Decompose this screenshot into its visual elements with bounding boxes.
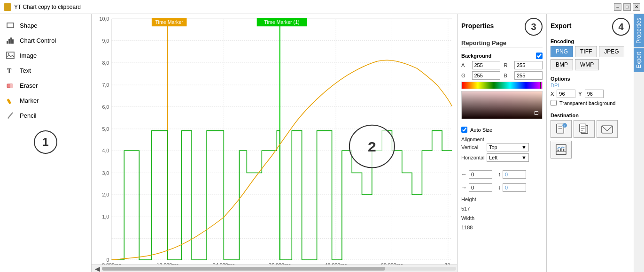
svg-rect-74 [563, 149, 564, 151]
enc-tiff-button[interactable]: TIFF [575, 46, 597, 57]
svg-marker-12 [8, 118, 9, 119]
svg-text:4,0: 4,0 [102, 148, 109, 153]
a-label: A [461, 62, 470, 68]
export-title: Export [551, 22, 571, 30]
enc-wmp-button[interactable]: WMP [575, 59, 599, 70]
height-label: Height [461, 196, 543, 202]
background-checkbox[interactable] [536, 53, 543, 59]
vertical-dropdown[interactable]: Top ▼ [487, 143, 529, 151]
r-label: R [504, 62, 513, 68]
scrollbar-track[interactable] [102, 267, 456, 271]
svg-rect-65 [580, 124, 586, 132]
width-value: 1188 [461, 225, 543, 230]
vertical-value: Top [489, 144, 497, 150]
sidebar-item-shape[interactable]: Shape [0, 18, 91, 33]
properties-tab[interactable]: Properties [634, 14, 644, 47]
sidebar-item-image[interactable]: Image [0, 48, 91, 63]
scroll-left-button[interactable]: ◀ [93, 265, 102, 272]
transparent-bg-row: Transparent background [551, 100, 630, 106]
alpha-row: A 255 R 255 [461, 61, 543, 69]
chart-export-row [551, 141, 630, 159]
sidebar-item-marker[interactable]: Marker [0, 93, 91, 108]
svg-rect-5 [7, 52, 14, 59]
alpha-input[interactable]: 255 [472, 61, 500, 69]
horizontal-label: Horizontal [461, 155, 485, 160]
b-label: B [504, 73, 513, 78]
shape-icon [6, 21, 15, 30]
enc-bmp-button[interactable]: BMP [551, 59, 573, 70]
sidebar-item-image-label: Image [20, 52, 37, 59]
red-input[interactable]: 255 [514, 61, 543, 69]
horizontal-row: Horizontal Left ▼ [461, 153, 543, 162]
encoding-section: Encoding PNG TIFF JPEG BMP WMP [551, 38, 630, 70]
dest-clipboard-button[interactable] [574, 120, 595, 138]
transparent-bg-checkbox[interactable] [551, 100, 557, 106]
sidebar-item-marker-label: Marker [20, 97, 39, 104]
minimize-button[interactable]: – [614, 3, 621, 11]
dest-chart-button[interactable] [551, 141, 572, 159]
color-gradient[interactable] [461, 91, 543, 119]
vertical-row: Vertical Top ▼ [461, 143, 543, 151]
svg-text:8,0: 8,0 [102, 60, 109, 66]
green-input[interactable]: 255 [472, 71, 500, 80]
svg-text:12,000ms: 12,000ms [157, 263, 179, 264]
dpi-x-input[interactable] [557, 90, 575, 98]
svg-text:Time Marker (1): Time Marker (1) [264, 20, 299, 25]
enc-png-button[interactable]: PNG [551, 46, 573, 57]
title-bar-controls[interactable]: – □ ✕ [614, 3, 640, 11]
sidebar-item-text-label: Text [20, 67, 31, 74]
svg-point-6 [8, 53, 9, 55]
horizontal-dropdown[interactable]: Left ▼ [487, 153, 529, 162]
chart-scrollbar[interactable]: ◀ [92, 264, 457, 272]
close-button[interactable]: ✕ [633, 3, 640, 11]
dest-new-file-button[interactable]: + [551, 120, 572, 138]
green-blue-row: G 255 B 255 [461, 71, 543, 80]
svg-rect-9 [10, 84, 13, 88]
sidebar-item-chart-control[interactable]: Chart Control [0, 33, 91, 48]
svg-rect-13 [112, 19, 452, 260]
svg-rect-1 [7, 41, 8, 44]
offset-left-input-1[interactable]: 0 [469, 170, 492, 179]
destination-buttons: + [551, 120, 630, 138]
svg-text:60,000ms: 60,000ms [381, 263, 403, 264]
color-spectrum-bar[interactable] [461, 82, 543, 89]
pencil-icon [6, 111, 15, 120]
sidebar: Shape Chart Control Image [0, 14, 92, 272]
sidebar-item-text[interactable]: T Text [0, 63, 91, 78]
maximize-button[interactable]: □ [623, 3, 631, 11]
chart-area: 10,0 9,0 8,0 7,0 6,0 5,0 4,0 3,0 2,0 1,0… [92, 14, 458, 272]
svg-text:3,0: 3,0 [102, 171, 109, 176]
dpi-row: X Y [551, 90, 630, 98]
offset-up-input[interactable]: 0 [503, 170, 526, 179]
blue-input[interactable]: 255 [514, 71, 543, 80]
export-tab[interactable]: Export [634, 48, 644, 72]
svg-text:9,0: 9,0 [102, 39, 109, 44]
color-gradient-indicator [535, 111, 538, 115]
enc-jpeg-button[interactable]: JPEG [599, 46, 624, 57]
offset-down-input[interactable]: 0 [503, 183, 526, 192]
offset-up-arrow: ↑ [498, 171, 501, 178]
background-section: Background A 255 R 255 G 255 B 255 [461, 53, 543, 120]
scrollbar-thumb[interactable] [102, 267, 385, 271]
color-bar-indicator [540, 82, 541, 89]
text-icon: T [6, 66, 15, 75]
svg-text:36,000ms: 36,000ms [269, 263, 291, 264]
sidebar-item-pencil[interactable]: Pencil [0, 108, 91, 123]
properties-tab-label: Properties [636, 18, 642, 44]
svg-text:24,000ms: 24,000ms [213, 263, 235, 264]
background-row: Background [461, 53, 543, 59]
svg-text:T: T [7, 68, 12, 75]
sidebar-item-eraser[interactable]: Eraser [0, 78, 91, 93]
encoding-buttons: PNG TIFF JPEG BMP WMP [551, 46, 630, 70]
dest-email-button[interactable] [597, 120, 618, 138]
title-bar-left: YT Chart copy to clipboard [4, 3, 81, 11]
svg-text:0,000ms: 0,000ms [102, 263, 121, 264]
svg-rect-2 [8, 39, 10, 44]
chart-container[interactable]: 10,0 9,0 8,0 7,0 6,0 5,0 4,0 3,0 2,0 1,0… [92, 14, 457, 264]
auto-size-checkbox[interactable] [461, 127, 467, 133]
title-bar-title: YT Chart copy to clipboard [14, 4, 81, 10]
dpi-y-input[interactable] [585, 90, 604, 98]
image-icon [6, 51, 15, 60]
offset-down-arrow: ↓ [498, 184, 501, 191]
offset-right-input-2[interactable]: 0 [469, 183, 492, 192]
